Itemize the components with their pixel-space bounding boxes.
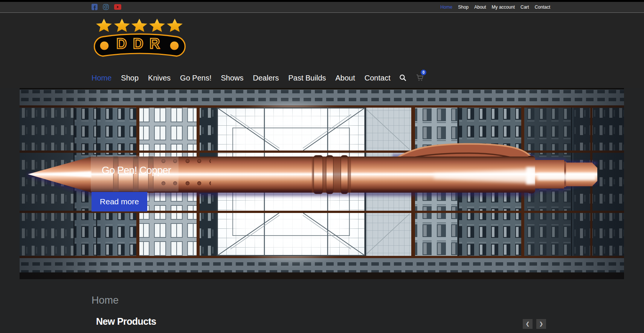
svg-text:DDR: DDR: [116, 36, 166, 52]
